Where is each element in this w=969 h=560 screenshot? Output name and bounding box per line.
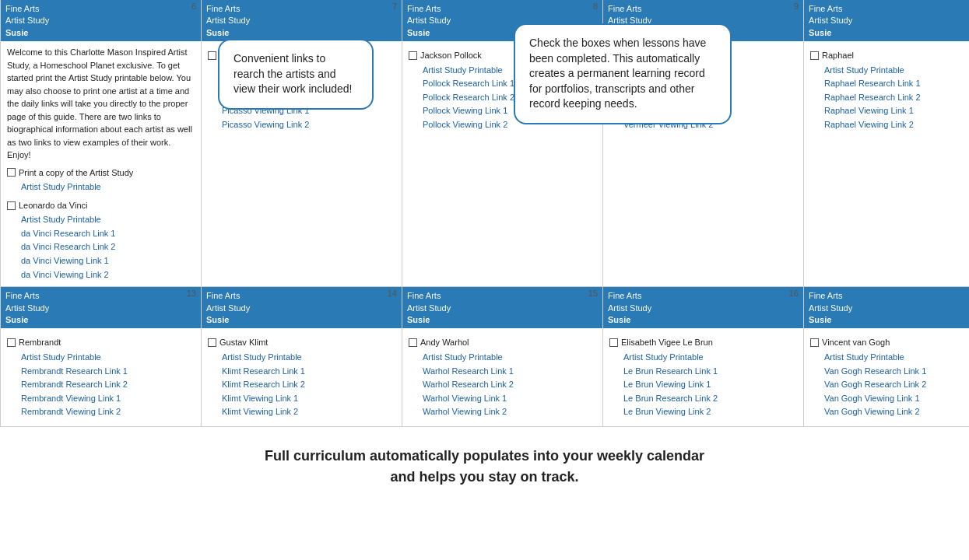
link-1[interactable]: Klimt Research Link 1	[208, 365, 395, 379]
artist-checkbox[interactable]	[810, 338, 819, 347]
student-name: Susie	[407, 314, 598, 326]
link-2[interactable]: Klimt Research Link 2	[208, 378, 395, 392]
link-3[interactable]: Warhol Viewing Link 1	[409, 392, 596, 406]
artist-checkbox[interactable]	[810, 51, 819, 60]
cell-header: Fine ArtsArtist Study Susie	[804, 0, 969, 41]
artist-row: Leonardo da Vinci	[7, 199, 195, 212]
artist-name: Leonardo da Vinci	[19, 199, 87, 212]
artist-checkbox[interactable]	[409, 338, 417, 347]
student-name: Susie	[206, 314, 397, 326]
print-row: Print a copy of the Artist Study	[7, 166, 195, 180]
link-3[interactable]: Van Gogh Viewing Link 1	[810, 392, 969, 406]
cell-header: Fine ArtsArtist Study Susie	[804, 287, 969, 328]
subject-label: Fine ArtsArtist Study	[608, 290, 799, 314]
cell-header: Fine ArtsArtist Study Susie	[402, 287, 602, 328]
student-name: Susie	[206, 27, 397, 39]
artist-checkbox[interactable]	[409, 51, 417, 60]
artist-name: Elisabeth Vigee Le Brun	[621, 336, 713, 349]
artist-name: Rembrandt	[19, 336, 61, 349]
link-1[interactable]: da Vinci Research Link 1	[7, 227, 195, 241]
cell-body: Andy Warhol Artist Study Printable Warho…	[402, 328, 602, 423]
artist-row: Vincent van Gogh	[810, 336, 969, 349]
link-2[interactable]: Warhol Research Link 2	[409, 378, 596, 392]
link-2[interactable]: Rembrandt Research Link 2	[7, 378, 195, 392]
cell-body: Welcome to this Charlotte Mason Inspired…	[1, 41, 201, 286]
artist-row: Elisabeth Vigee Le Brun	[609, 336, 797, 349]
calendar-cell-6: 6 Fine ArtsArtist Study Susie Welcome to…	[1, 0, 202, 287]
cell-body: Vincent van Gogh Artist Study Printable …	[804, 328, 969, 423]
cell-body: Elisabeth Vigee Le Brun Artist Study Pri…	[603, 328, 803, 423]
link-1[interactable]: Rembrandt Research Link 1	[7, 365, 195, 379]
cell-number: 15	[588, 289, 598, 298]
calendar-cell-14: 14 Fine ArtsArtist Study Susie Gustav Kl…	[202, 287, 402, 427]
link-0[interactable]: Artist Study Printable	[810, 64, 969, 78]
link-3[interactable]: Klimt Viewing Link 1	[208, 392, 395, 406]
link-0[interactable]: Artist Study Printable	[409, 351, 596, 365]
link-1[interactable]: Le Brun Research Link 1	[609, 365, 797, 379]
link-1[interactable]: Van Gogh Research Link 1	[810, 365, 969, 379]
link-1[interactable]: Raphael Research Link 1	[810, 77, 969, 91]
cell-number: 13	[187, 289, 196, 298]
cell-number: 7	[392, 2, 397, 11]
link-0[interactable]: Artist Study Printable	[609, 351, 797, 365]
artist-checkbox[interactable]	[208, 51, 216, 60]
student-name: Susie	[5, 27, 196, 39]
link-4[interactable]: Raphael Viewing Link 2	[810, 118, 969, 132]
tooltip-checkboxes-text: Check the boxes when lessons have been c…	[529, 37, 706, 110]
link-1[interactable]: Warhol Research Link 1	[409, 365, 596, 379]
link-2[interactable]: da Vinci Research Link 2	[7, 240, 195, 254]
student-name: Susie	[608, 314, 799, 326]
artist-checkbox[interactable]	[208, 338, 216, 347]
link-2[interactable]: Raphael Research Link 2	[810, 91, 969, 105]
link-4[interactable]: Rembrandt Viewing Link 2	[7, 405, 195, 419]
link-3[interactable]: Le Brun Research Link 2	[609, 392, 797, 406]
subject-label: Fine ArtsArtist Study	[206, 3, 397, 27]
link-4[interactable]: Picasso Viewing Link 2	[208, 118, 395, 132]
calendar-cell-10: 10 Fine ArtsArtist Study Susie Raphael A…	[804, 0, 969, 287]
link-4[interactable]: Van Gogh Viewing Link 2	[810, 405, 969, 419]
subject-label: Fine ArtsArtist Study	[206, 290, 397, 314]
artist-row: Andy Warhol	[409, 336, 596, 349]
cell-number: 16	[789, 289, 799, 298]
link-3[interactable]: Rembrandt Viewing Link 1	[7, 392, 195, 406]
subject-label: Fine ArtsArtist Study	[809, 3, 969, 27]
link-3[interactable]: Raphael Viewing Link 1	[810, 104, 969, 118]
link-0[interactable]: Artist Study Printable	[7, 213, 195, 227]
cell-number: 14	[388, 289, 397, 298]
tooltip-links: Convenient links to rearch the artists a…	[218, 39, 374, 110]
subject-label: Fine ArtsArtist Study	[5, 290, 196, 314]
link-4[interactable]: da Vinci Viewing Link 2	[7, 268, 195, 282]
artist-checkbox[interactable]	[7, 338, 16, 347]
link-0[interactable]: Artist Study Printable	[810, 351, 969, 365]
link-3[interactable]: da Vinci Viewing Link 1	[7, 254, 195, 268]
footer-text: Full curriculum automatically populates …	[0, 427, 969, 502]
calendar-cell-15: 15 Fine ArtsArtist Study Susie Andy Warh…	[402, 287, 603, 427]
cell-body: Gustav Klimt Artist Study Printable Klim…	[202, 328, 402, 423]
calendar-cell-16: 16 Fine ArtsArtist Study Susie Elisabeth…	[603, 287, 804, 427]
cell-header: Fine ArtsArtist Study Susie	[1, 287, 201, 328]
artist-name: Vincent van Gogh	[822, 336, 890, 349]
footer-line2: and helps you stay on track.	[390, 469, 578, 485]
tooltip-links-text: Convenient links to rearch the artists a…	[233, 52, 353, 95]
cell-header: Fine ArtsArtist Study Susie	[1, 0, 201, 41]
artist-name: Jackson Pollock	[420, 49, 482, 62]
cell-number: 8	[593, 2, 598, 11]
footer-line1: Full curriculum automatically populates …	[265, 448, 704, 464]
tooltip-checkboxes: Check the boxes when lessons have been c…	[514, 23, 732, 124]
print-checkbox[interactable]	[7, 168, 16, 177]
link-2[interactable]: Le Brun Viewing Link 1	[609, 378, 797, 392]
cell-body: Rembrandt Artist Study Printable Rembran…	[1, 328, 201, 423]
artist-checkbox[interactable]	[7, 201, 16, 210]
student-name: Susie	[809, 314, 969, 326]
link-0[interactable]: Artist Study Printable	[7, 351, 195, 365]
printable-link[interactable]: Artist Study Printable	[7, 180, 195, 194]
cell-number: 6	[191, 2, 196, 11]
artist-name: Raphael	[822, 49, 854, 62]
link-4[interactable]: Klimt Viewing Link 2	[208, 405, 395, 419]
artist-checkbox[interactable]	[609, 338, 618, 347]
link-4[interactable]: Le Brun Viewing Link 2	[609, 405, 797, 419]
cell-header: Fine ArtsArtist Study Susie	[202, 287, 402, 328]
link-0[interactable]: Artist Study Printable	[208, 351, 395, 365]
link-4[interactable]: Warhol Viewing Link 2	[409, 405, 596, 419]
link-2[interactable]: Van Gogh Research Link 2	[810, 378, 969, 392]
